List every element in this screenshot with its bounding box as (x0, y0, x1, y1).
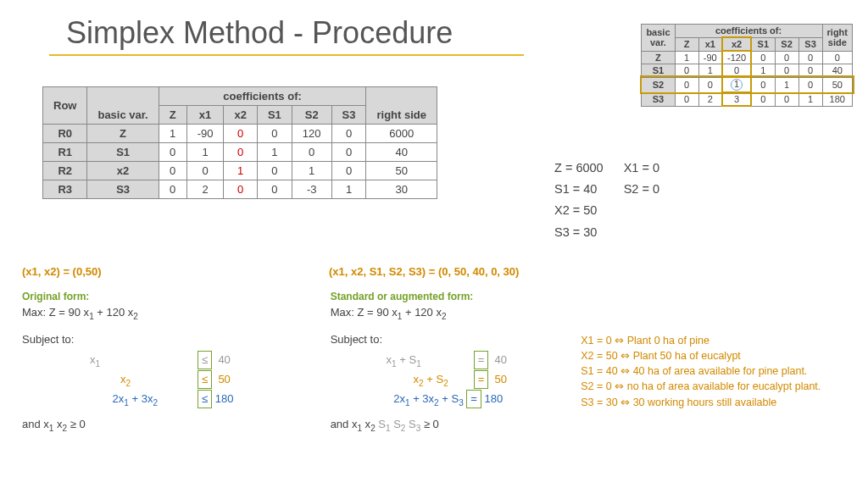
c: 0 (775, 92, 798, 106)
c: 0 (751, 77, 775, 92)
c: 0 (698, 77, 722, 92)
hdr-row: Row (43, 87, 87, 125)
t: + S (397, 353, 417, 366)
title-underline (49, 54, 524, 56)
c: 1 (675, 51, 698, 64)
t: S (405, 418, 415, 430)
t: 180 (485, 392, 504, 405)
c: 1 (698, 64, 722, 78)
c: -90 (698, 51, 722, 64)
t: + 3x (410, 392, 435, 405)
col-s1: S1 (751, 37, 775, 51)
int-b: X2 = 50 ⇔ Plant 50 ha of eucalypt (581, 348, 852, 363)
t: x (53, 418, 62, 430)
int-a: X1 = 0 ⇔ Plant 0 ha of pine (581, 333, 852, 348)
original-form: Original form: Max: Z = 90 x1 + 120 x2 S… (22, 291, 327, 432)
c: 0 (798, 51, 822, 64)
mc: Z (159, 106, 186, 125)
c: 0 (224, 143, 257, 162)
c: 0 (331, 143, 366, 162)
col-s2: S2 (775, 37, 798, 51)
tr-s3-bv: S3 (642, 92, 675, 106)
tr-s1-bv: S1 (642, 64, 675, 78)
c: 0 (675, 77, 698, 92)
c: 0 (257, 162, 292, 180)
c: 120 (292, 125, 331, 143)
t: 2 (153, 397, 158, 407)
t: 2 (125, 378, 131, 387)
val-s3: S3 = 30 (554, 223, 622, 242)
hdr-var: var. (650, 37, 666, 47)
t: + S (439, 392, 459, 405)
t: S (391, 418, 401, 430)
hdr-coeff: coefficients of: (159, 87, 366, 106)
t: 2x (393, 392, 405, 405)
pivot-circle-icon: 1 (731, 79, 743, 91)
c: 1 (775, 77, 798, 92)
bv: S1 (87, 143, 159, 162)
t: Max: Z = 90 x (331, 306, 398, 319)
r3: R3 (43, 180, 87, 199)
mc: x2 (224, 106, 257, 125)
r: 40 (822, 64, 852, 78)
t: 2 (133, 312, 138, 321)
t: ≥ 0 (67, 418, 86, 430)
r: 50 (822, 77, 852, 92)
t: ≥ 0 (420, 418, 439, 430)
std-title: Standard or augmented form: (331, 291, 578, 302)
c: 0 (186, 162, 224, 180)
c: 1 (224, 162, 257, 180)
t: 1 (95, 358, 100, 368)
c: -3 (292, 180, 331, 199)
t: S (376, 418, 386, 430)
subj: Subject to: (22, 333, 327, 346)
r2: R2 (43, 162, 87, 180)
val-x2: X2 = 50 (554, 201, 622, 220)
c: 0 (798, 64, 822, 78)
c: 0 (159, 143, 186, 162)
top-right-tableau: basicvar. coefficients of: rightside Z x… (641, 24, 853, 107)
t: + 120 x (94, 306, 134, 319)
t: 40 (495, 353, 507, 366)
c: 0 (159, 180, 186, 199)
standard-form: Standard or augmented form: Max: Z = 90 … (331, 291, 578, 432)
c: 0 (331, 162, 366, 180)
r: 6000 (366, 125, 437, 143)
point-full: (x1, x2, S1, S2, S3) = (0, 50, 40, 0, 30… (329, 265, 519, 278)
eq-icon: = (474, 370, 489, 389)
c: 0 (675, 92, 698, 106)
r1: R1 (43, 143, 87, 162)
c: 0 (775, 64, 798, 78)
r: 50 (366, 162, 437, 180)
r: 40 (366, 143, 437, 162)
c: 0 (775, 51, 798, 64)
c: 0 (751, 51, 775, 64)
r: 30 (366, 180, 437, 199)
c: 0 (224, 125, 257, 143)
c: 1 (331, 180, 366, 199)
c: 1 (751, 64, 775, 78)
solution-values: Z = 6000X1 = 0 S1 = 40S2 = 0 X2 = 50 S3 … (553, 157, 680, 244)
bv: S3 (87, 180, 159, 199)
t: and x (331, 418, 358, 430)
hdr-right1: right (827, 27, 848, 37)
t: + S (424, 373, 444, 385)
col-z: Z (675, 37, 698, 51)
main-tableau: Row basic var. coefficients of: right si… (42, 86, 437, 199)
t: x (362, 418, 370, 430)
hdr-right2: side (828, 37, 847, 47)
mc: x1 (186, 106, 224, 125)
eq-icon: = (466, 390, 481, 408)
c: 2 (186, 180, 224, 199)
c: 1 (186, 143, 224, 162)
r0: R0 (43, 125, 87, 143)
hdr-coeff: coefficients of: (675, 25, 822, 38)
val-s2: S2 = 0 (624, 180, 678, 199)
val-x1: X1 = 0 (624, 158, 678, 178)
le-icon: ≤ (198, 351, 212, 369)
col-x1: x1 (698, 37, 722, 51)
bv: x2 (87, 162, 159, 180)
t: 2 (442, 312, 447, 321)
r: 180 (822, 92, 852, 106)
int-c: S1 = 40 ⇔ 40 ha of area available for pi… (581, 363, 852, 379)
